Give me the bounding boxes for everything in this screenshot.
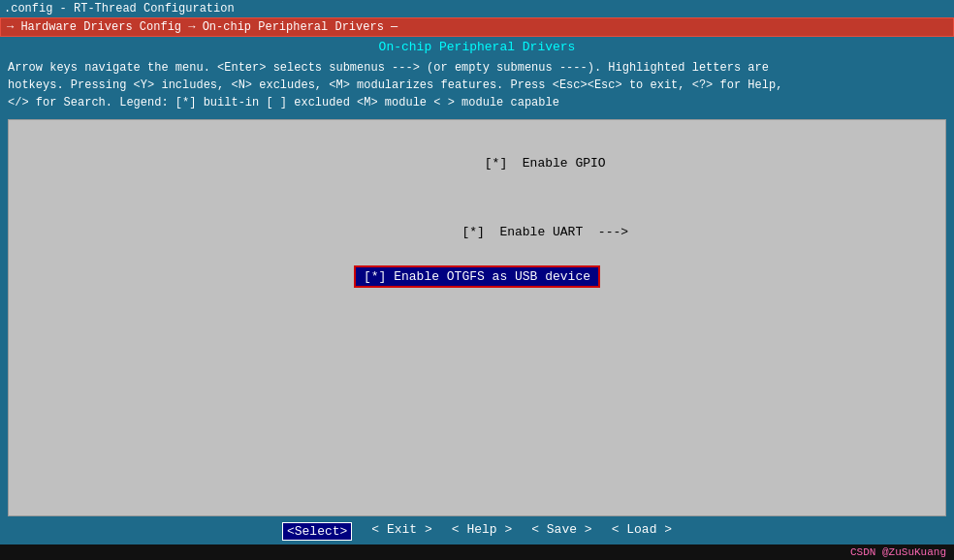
select-button[interactable]: <Select> [282, 522, 352, 541]
exit-button[interactable]: < Exit > [371, 522, 431, 541]
list-item[interactable]: [*] Enable UART ---> [9, 198, 945, 265]
breadcrumb: → Hardware Drivers Config → On-chip Peri… [0, 17, 954, 37]
main-content: On-chip Peripheral Drivers Arrow keys na… [0, 37, 954, 544]
section-title: On-chip Peripheral Drivers [4, 37, 950, 57]
help-line1: Arrow keys navigate the menu. <Enter> se… [8, 59, 946, 77]
title-bar: .config - RT-Thread Configuration [0, 0, 954, 17]
help-button[interactable]: < Help > [452, 522, 512, 541]
watermark: CSDN @ZuSuKuang [0, 544, 954, 560]
menu-area[interactable]: [*] Enable GPIO [*] Enable UART ---> [*]… [8, 119, 946, 516]
help-line2: hotkeys. Pressing <Y> includes, <N> excl… [8, 77, 946, 94]
section-title-text: On-chip Peripheral Drivers [379, 40, 576, 54]
bottom-bar: <Select> < Exit > < Help > < Save > < Lo… [4, 518, 950, 544]
selected-menu-item[interactable]: [*] Enable OTGFS as USB device [354, 265, 600, 288]
list-item[interactable]: [*] Enable OTGFS as USB device [9, 265, 945, 288]
menu-item-label: [*] Enable GPIO [409, 156, 606, 171]
main-window: .config - RT-Thread Configuration → Hard… [0, 0, 954, 560]
load-button[interactable]: < Load > [612, 522, 672, 541]
menu-item-label: [*] Enable UART ---> [386, 225, 628, 239]
window-title: .config - RT-Thread Configuration [4, 2, 235, 16]
help-text: Arrow keys navigate the menu. <Enter> se… [4, 57, 950, 113]
watermark-text: CSDN @ZuSuKuang [850, 546, 946, 558]
help-line3: </> for Search. Legend: [*] built-in [ ]… [8, 94, 946, 111]
list-item[interactable]: [*] Enable GPIO [9, 130, 945, 198]
save-button[interactable]: < Save > [531, 522, 591, 541]
breadcrumb-text: → Hardware Drivers Config → On-chip Peri… [7, 20, 398, 34]
